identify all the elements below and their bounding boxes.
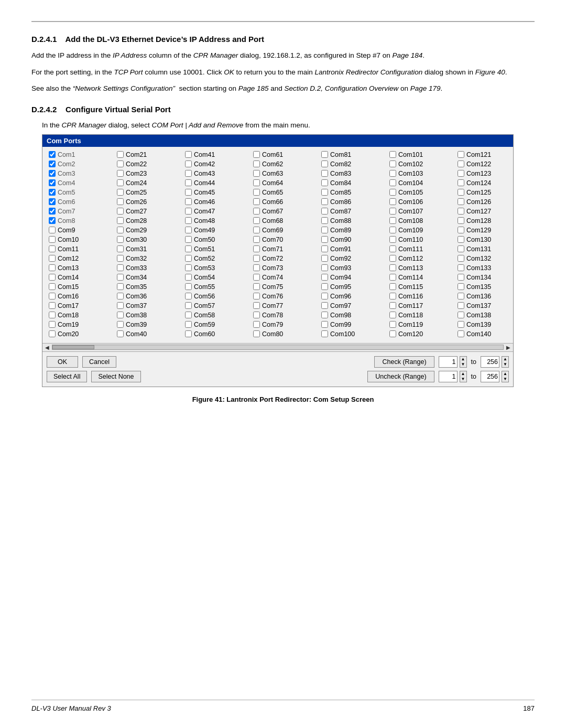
com-checkbox-com120[interactable]	[389, 330, 396, 337]
com-checkbox-com54[interactable]	[185, 274, 192, 281]
com-checkbox-com134[interactable]	[458, 274, 464, 281]
com-checkbox-com66[interactable]	[253, 198, 260, 205]
spinner2-to-down[interactable]: ▼	[502, 377, 508, 382]
com-checkbox-com76[interactable]	[253, 293, 260, 299]
com-checkbox-com108[interactable]	[389, 217, 396, 224]
com-checkbox-com81[interactable]	[321, 151, 328, 158]
com-checkbox-com80[interactable]	[253, 330, 260, 337]
com-checkbox-com7[interactable]	[49, 208, 56, 215]
com-checkbox-com26[interactable]	[117, 198, 124, 205]
com-checkbox-com83[interactable]	[321, 170, 328, 177]
com-checkbox-com44[interactable]	[185, 179, 192, 186]
com-checkbox-com14[interactable]	[49, 274, 56, 281]
com-checkbox-com99[interactable]	[321, 321, 328, 328]
com-checkbox-com136[interactable]	[458, 293, 464, 299]
com-checkbox-com110[interactable]	[389, 236, 396, 243]
com-checkbox-com25[interactable]	[117, 189, 124, 196]
com-checkbox-com85[interactable]	[321, 189, 328, 196]
com-checkbox-com42[interactable]	[185, 160, 192, 167]
spinner2-to-up[interactable]: ▲	[502, 371, 508, 377]
com-checkbox-com133[interactable]	[458, 264, 464, 271]
com-checkbox-com48[interactable]	[185, 217, 192, 224]
com-checkbox-com100[interactable]	[321, 330, 328, 337]
com-checkbox-com90[interactable]	[321, 236, 328, 243]
scrollbar-row[interactable]: ◀ ▶	[42, 343, 513, 351]
com-checkbox-com12[interactable]	[49, 255, 56, 262]
com-checkbox-com40[interactable]	[117, 330, 124, 337]
com-checkbox-com64[interactable]	[253, 179, 260, 186]
com-checkbox-com78[interactable]	[253, 312, 260, 318]
com-checkbox-com53[interactable]	[185, 264, 192, 271]
com-checkbox-com36[interactable]	[117, 293, 124, 299]
com-checkbox-com32[interactable]	[117, 255, 124, 262]
com-checkbox-com60[interactable]	[185, 330, 192, 337]
com-checkbox-com140[interactable]	[458, 330, 464, 337]
com-checkbox-com4[interactable]	[49, 179, 56, 186]
com-checkbox-com19[interactable]	[49, 321, 56, 328]
select-none-button[interactable]: Select None	[91, 371, 140, 382]
com-checkbox-com118[interactable]	[389, 312, 396, 318]
com-checkbox-com39[interactable]	[117, 321, 124, 328]
com-checkbox-com21[interactable]	[117, 151, 124, 158]
com-checkbox-com104[interactable]	[389, 179, 396, 186]
com-checkbox-com132[interactable]	[458, 255, 464, 262]
com-checkbox-com125[interactable]	[458, 189, 464, 196]
com-checkbox-com98[interactable]	[321, 312, 328, 318]
com-checkbox-com52[interactable]	[185, 255, 192, 262]
com-checkbox-com87[interactable]	[321, 208, 328, 215]
com-checkbox-com126[interactable]	[458, 198, 464, 205]
com-checkbox-com33[interactable]	[117, 264, 124, 271]
com-checkbox-com28[interactable]	[117, 217, 124, 224]
com-checkbox-com72[interactable]	[253, 255, 260, 262]
com-checkbox-com18[interactable]	[49, 312, 56, 318]
com-checkbox-com45[interactable]	[185, 189, 192, 196]
spinner1-to-up[interactable]: ▲	[502, 357, 508, 362]
com-checkbox-com61[interactable]	[253, 151, 260, 158]
com-checkbox-com35[interactable]	[117, 283, 124, 290]
com-checkbox-com101[interactable]	[389, 151, 396, 158]
com-checkbox-com115[interactable]	[389, 283, 396, 290]
com-checkbox-com38[interactable]	[117, 312, 124, 318]
com-checkbox-com23[interactable]	[117, 170, 124, 177]
com-checkbox-com95[interactable]	[321, 283, 328, 290]
com-checkbox-com16[interactable]	[49, 293, 56, 299]
com-checkbox-com138[interactable]	[458, 312, 464, 318]
com-checkbox-com68[interactable]	[253, 217, 260, 224]
spinner1-to-input[interactable]	[481, 356, 499, 368]
com-checkbox-com15[interactable]	[49, 283, 56, 290]
scrollbar-thumb[interactable]	[52, 345, 94, 349]
spinner1-from-down[interactable]: ▼	[460, 362, 466, 367]
com-checkbox-com91[interactable]	[321, 245, 328, 252]
com-checkbox-com137[interactable]	[458, 302, 464, 309]
com-checkbox-com102[interactable]	[389, 160, 396, 167]
check-range-button[interactable]: Check (Range)	[374, 356, 434, 368]
com-checkbox-com65[interactable]	[253, 189, 260, 196]
com-checkbox-com69[interactable]	[253, 227, 260, 233]
com-checkbox-com56[interactable]	[185, 293, 192, 299]
com-checkbox-com10[interactable]	[49, 236, 56, 243]
com-checkbox-com112[interactable]	[389, 255, 396, 262]
spinner2-from-down[interactable]: ▼	[460, 377, 466, 382]
com-checkbox-com2[interactable]	[49, 160, 56, 167]
com-checkbox-com82[interactable]	[321, 160, 328, 167]
spinner1-to-down[interactable]: ▼	[502, 362, 508, 367]
com-checkbox-com67[interactable]	[253, 208, 260, 215]
com-checkbox-com107[interactable]	[389, 208, 396, 215]
com-checkbox-com93[interactable]	[321, 264, 328, 271]
com-checkbox-com79[interactable]	[253, 321, 260, 328]
com-checkbox-com11[interactable]	[49, 245, 56, 252]
com-checkbox-com135[interactable]	[458, 283, 464, 290]
uncheck-range-button[interactable]: Uncheck (Range)	[367, 371, 434, 382]
com-checkbox-com77[interactable]	[253, 302, 260, 309]
com-checkbox-com122[interactable]	[458, 160, 464, 167]
scroll-left-arrow[interactable]: ◀	[43, 345, 51, 350]
spinner1-from-input[interactable]	[439, 356, 458, 368]
spinner2-from-up[interactable]: ▲	[460, 371, 466, 377]
com-checkbox-com117[interactable]	[389, 302, 396, 309]
com-checkbox-com41[interactable]	[185, 151, 192, 158]
com-checkbox-com109[interactable]	[389, 227, 396, 233]
com-checkbox-com74[interactable]	[253, 274, 260, 281]
com-checkbox-com114[interactable]	[389, 274, 396, 281]
com-checkbox-com29[interactable]	[117, 227, 124, 233]
com-checkbox-com75[interactable]	[253, 283, 260, 290]
